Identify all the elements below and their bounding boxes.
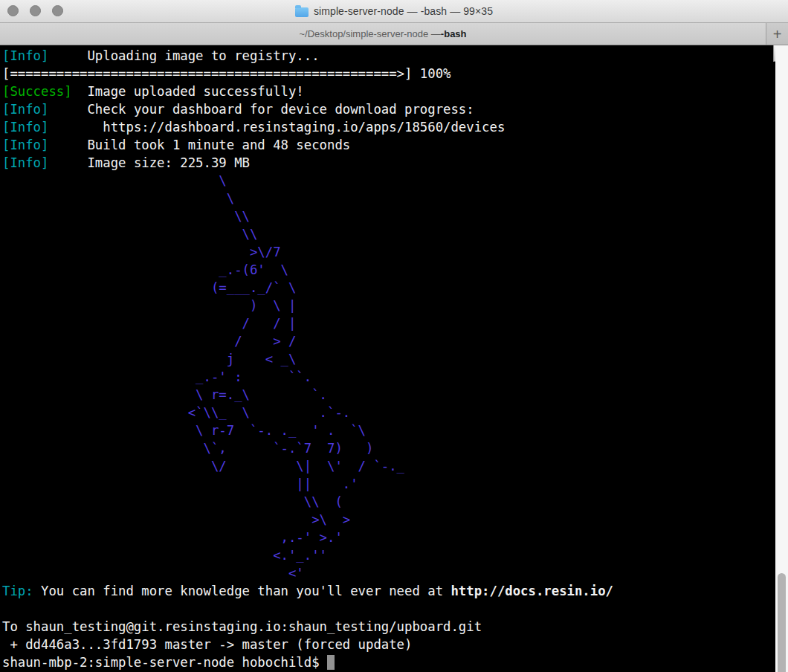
scrollbar-track[interactable] — [775, 45, 788, 672]
tab-bar: ~/Desktop/simple-server-node — -bash + — [0, 23, 788, 45]
terminal-line: \\ ( — [2, 493, 775, 511]
terminal-line: [Info] Uploading image to registry... — [2, 47, 775, 65]
terminal-line: _.-' : ``. — [2, 368, 775, 386]
terminal-line: / > / — [2, 332, 775, 350]
terminal-line: <.'_.'' — [2, 546, 775, 564]
window-title-area: simple-server-node — -bash — 99×35 — [0, 0, 788, 22]
terminal-line: j < _\ — [2, 350, 775, 368]
folder-icon — [295, 7, 309, 17]
terminal-line: \/ \| \' / `-._ — [2, 457, 775, 475]
scrollbar-thumb[interactable] — [778, 573, 786, 672]
terminal-line: (=___._/` \ — [2, 279, 775, 297]
terminal-line — [2, 600, 775, 618]
tab-title-path: ~/Desktop/simple-server-node — — [299, 28, 440, 39]
terminal-line: [Info] Build took 1 minute and 48 second… — [2, 136, 775, 154]
terminal-line: shaun-mbp-2:simple-server-node hobochild… — [2, 653, 775, 671]
terminal-line: \ r=._\ `. — [2, 386, 775, 404]
terminal-line: To shaun_testing@git.resinstaging.io:sha… — [2, 618, 775, 636]
terminal-output[interactable]: [Info] Uploading image to registry...[==… — [0, 45, 775, 672]
terminal-line: >\/7 — [2, 243, 775, 261]
terminal-line: [Info] Image size: 225.39 MB — [2, 154, 775, 172]
terminal-line: Tip: You can find more knowledge than yo… — [2, 582, 775, 600]
terminal-line: || .' — [2, 475, 775, 493]
window-title: simple-server-node — -bash — 99×35 — [314, 5, 493, 17]
terminal-line: <`\\_ \ .`-. — [2, 404, 775, 421]
terminal-line: \ — [2, 190, 775, 207]
tab-terminal[interactable]: ~/Desktop/simple-server-node — -bash — [0, 23, 766, 45]
terminal-line: + dd446a3...3fd1793 master -> master (fo… — [2, 636, 775, 653]
terminal-line: \ r-7 `-. ._ ' . `\ — [2, 421, 775, 439]
terminal-line: >\ > — [2, 511, 775, 529]
terminal-window: simple-server-node — -bash — 99×35 ~/Des… — [0, 0, 788, 672]
terminal-line: ,.-' >.' — [2, 529, 775, 546]
terminal-text: [Info] Uploading image to registry...[==… — [0, 45, 775, 671]
terminal-line: \\ — [2, 225, 775, 243]
title-bar: simple-server-node — -bash — 99×35 — [0, 0, 788, 23]
terminal-line: / / | — [2, 314, 775, 332]
plus-icon: + — [773, 27, 782, 42]
terminal-line: <' — [2, 564, 775, 582]
terminal-line: [Info] https://dashboard.resinstaging.io… — [2, 118, 775, 136]
terminal-line: [Success] Image uploaded successfully! — [2, 83, 775, 100]
terminal-line: \ — [2, 172, 775, 190]
terminal-line: \\ — [2, 207, 775, 225]
new-tab-button[interactable]: + — [766, 23, 788, 45]
terminal-line: \`, `-.`7 7) ) — [2, 439, 775, 457]
terminal-line: [Info] Check your dashboard for device d… — [2, 100, 775, 118]
terminal-line: ) \ | — [2, 297, 775, 314]
terminal-line: _.-(6' \ — [2, 261, 775, 279]
tab-title-process: -bash — [441, 28, 467, 39]
terminal-line: [=======================================… — [2, 65, 775, 83]
